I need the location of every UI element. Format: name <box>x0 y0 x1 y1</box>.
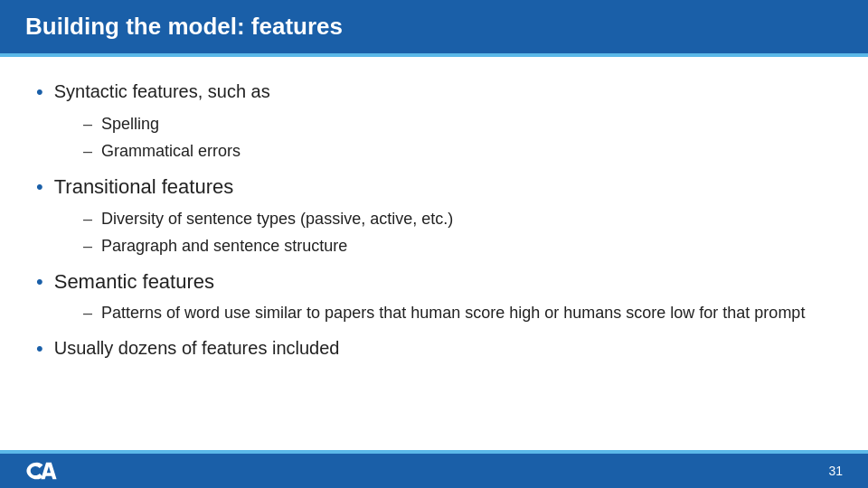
bullet-usually: • Usually dozens of features included <box>36 335 832 363</box>
sub-dash-5: – <box>83 301 92 325</box>
bullet-text-usually: Usually dozens of features included <box>54 335 340 361</box>
sub-text-grammatical: Grammatical errors <box>101 139 241 164</box>
subitem-patterns: – Patterns of word use similar to papers… <box>83 301 832 325</box>
subitem-paragraph: – Paragraph and sentence structure <box>83 234 832 258</box>
slide-footer: 31 <box>0 454 868 488</box>
bullet-semantic: • Semantic features <box>36 268 832 296</box>
ca-logo-icon <box>25 458 58 483</box>
slide-title: Building the model: features <box>25 13 343 41</box>
sub-dash-4: – <box>83 234 92 258</box>
sub-dash-3: – <box>83 207 92 231</box>
bullet-dot-2: • <box>36 174 43 202</box>
sub-text-patterns: Patterns of word use similar to papers t… <box>101 301 805 325</box>
slide-content: • Syntactic features, such as – Spelling… <box>0 57 868 450</box>
bullet-text-transitional: Transitional features <box>54 174 234 202</box>
bullet-dot-1: • <box>36 79 43 107</box>
sub-dash-1: – <box>83 112 92 136</box>
sub-text-spelling: Spelling <box>101 112 159 136</box>
sub-text-diversity: Diversity of sentence types (passive, ac… <box>101 207 453 231</box>
bullet-text-semantic: Semantic features <box>54 268 214 296</box>
subitems-semantic: – Patterns of word use similar to papers… <box>83 301 832 328</box>
subitems-syntactic: – Spelling – Grammatical errors <box>83 112 832 166</box>
sub-dash-2: – <box>83 139 92 164</box>
bullet-transitional: • Transitional features <box>36 174 832 202</box>
footer-logo-area <box>25 458 58 483</box>
subitem-diversity: – Diversity of sentence types (passive, … <box>83 207 832 231</box>
sub-text-paragraph: Paragraph and sentence structure <box>101 234 347 258</box>
bullet-dot-4: • <box>36 335 43 363</box>
slide-header: Building the model: features <box>0 0 868 53</box>
slide: Building the model: features • Syntactic… <box>0 0 868 488</box>
bullet-dot-3: • <box>36 268 43 296</box>
page-number: 31 <box>828 464 843 478</box>
subitem-grammatical: – Grammatical errors <box>83 139 832 164</box>
subitem-spelling: – Spelling <box>83 112 832 136</box>
subitems-transitional: – Diversity of sentence types (passive, … <box>83 207 832 261</box>
bullet-syntactic: • Syntactic features, such as <box>36 79 832 107</box>
bullet-text-syntactic: Syntactic features, such as <box>54 79 270 104</box>
